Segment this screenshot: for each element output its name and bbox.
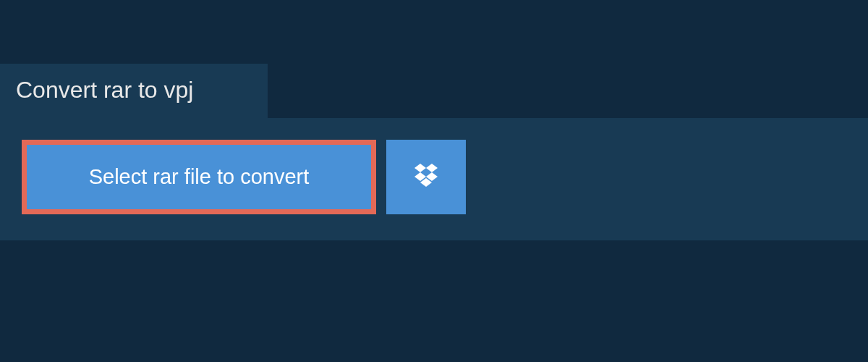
dropbox-button[interactable]	[386, 140, 466, 214]
action-panel: Select rar file to convert	[0, 118, 868, 240]
tab-title: Convert rar to vpj	[16, 77, 193, 103]
dropbox-icon	[412, 162, 441, 193]
select-file-label: Select rar file to convert	[89, 165, 310, 189]
select-file-button[interactable]: Select rar file to convert	[22, 140, 376, 214]
tab-convert[interactable]: Convert rar to vpj	[0, 64, 268, 118]
